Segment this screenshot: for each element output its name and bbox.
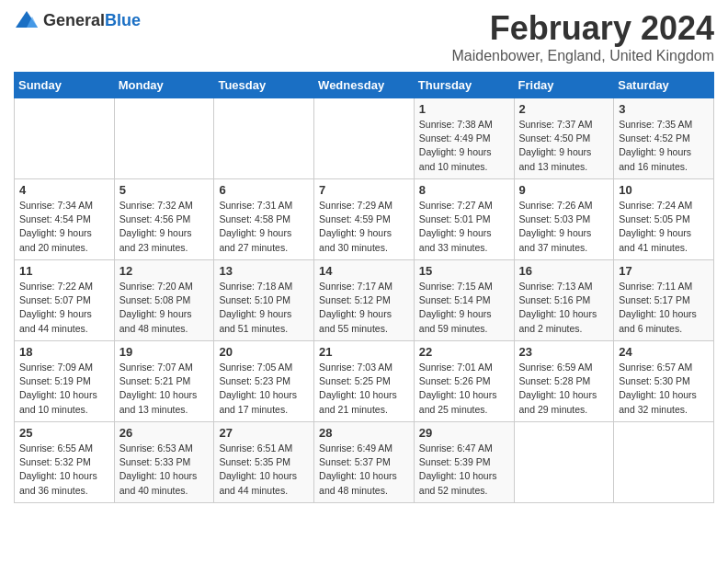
- col-header-sunday: Sunday: [15, 73, 115, 98]
- day-cell: 28Sunrise: 6:49 AMSunset: 5:37 PMDayligh…: [314, 422, 415, 503]
- week-row-3: 11Sunrise: 7:22 AMSunset: 5:07 PMDayligh…: [15, 260, 714, 341]
- day-cell: 26Sunrise: 6:53 AMSunset: 5:33 PMDayligh…: [114, 422, 214, 503]
- day-number: 22: [419, 345, 509, 359]
- day-number: 8: [419, 183, 509, 197]
- day-cell: 3Sunrise: 7:35 AMSunset: 4:52 PMDaylight…: [614, 98, 714, 179]
- day-cell: 27Sunrise: 6:51 AMSunset: 5:35 PMDayligh…: [214, 422, 314, 503]
- day-cell: 12Sunrise: 7:20 AMSunset: 5:08 PMDayligh…: [114, 260, 214, 341]
- day-number: 26: [119, 426, 210, 440]
- day-number: 20: [219, 345, 309, 359]
- day-info: Sunrise: 7:15 AMSunset: 5:14 PMDaylight:…: [419, 280, 509, 336]
- day-number: 3: [619, 102, 709, 116]
- day-info: Sunrise: 7:13 AMSunset: 5:16 PMDaylight:…: [519, 280, 609, 336]
- day-number: 29: [419, 426, 509, 440]
- day-number: 15: [419, 264, 509, 278]
- day-cell: 1Sunrise: 7:38 AMSunset: 4:49 PMDaylight…: [414, 98, 514, 179]
- day-cell: 21Sunrise: 7:03 AMSunset: 5:25 PMDayligh…: [314, 341, 415, 422]
- logo-text: GeneralBlue: [43, 11, 141, 30]
- week-row-5: 25Sunrise: 6:55 AMSunset: 5:32 PMDayligh…: [15, 422, 714, 503]
- day-cell: [114, 98, 214, 179]
- day-cell: 18Sunrise: 7:09 AMSunset: 5:19 PMDayligh…: [15, 341, 115, 422]
- day-number: 12: [119, 264, 210, 278]
- day-info: Sunrise: 7:27 AMSunset: 5:01 PMDaylight:…: [419, 199, 509, 255]
- day-cell: [314, 98, 415, 179]
- day-number: 13: [219, 264, 309, 278]
- day-info: Sunrise: 7:34 AMSunset: 4:54 PMDaylight:…: [19, 199, 109, 255]
- day-cell: 22Sunrise: 7:01 AMSunset: 5:26 PMDayligh…: [414, 341, 514, 422]
- day-number: 14: [319, 264, 409, 278]
- day-cell: 25Sunrise: 6:55 AMSunset: 5:32 PMDayligh…: [15, 422, 115, 503]
- col-header-thursday: Thursday: [414, 73, 514, 98]
- day-info: Sunrise: 7:17 AMSunset: 5:12 PMDaylight:…: [319, 280, 409, 336]
- col-header-saturday: Saturday: [614, 73, 714, 98]
- day-number: 28: [319, 426, 409, 440]
- day-cell: 19Sunrise: 7:07 AMSunset: 5:21 PMDayligh…: [114, 341, 214, 422]
- day-cell: 6Sunrise: 7:31 AMSunset: 4:58 PMDaylight…: [214, 179, 314, 260]
- day-number: 6: [219, 183, 309, 197]
- day-info: Sunrise: 6:49 AMSunset: 5:37 PMDaylight:…: [319, 442, 409, 498]
- logo: GeneralBlue: [14, 9, 141, 31]
- day-number: 10: [619, 183, 709, 197]
- col-header-friday: Friday: [514, 73, 614, 98]
- day-cell: 24Sunrise: 6:57 AMSunset: 5:30 PMDayligh…: [614, 341, 714, 422]
- day-cell: [214, 98, 314, 179]
- col-header-tuesday: Tuesday: [214, 73, 314, 98]
- day-info: Sunrise: 7:22 AMSunset: 5:07 PMDaylight:…: [19, 280, 109, 336]
- day-number: 7: [319, 183, 409, 197]
- day-info: Sunrise: 7:11 AMSunset: 5:17 PMDaylight:…: [619, 280, 709, 336]
- day-info: Sunrise: 7:29 AMSunset: 4:59 PMDaylight:…: [319, 199, 409, 255]
- day-number: 27: [219, 426, 309, 440]
- day-number: 19: [119, 345, 210, 359]
- day-number: 18: [19, 345, 109, 359]
- day-info: Sunrise: 7:05 AMSunset: 5:23 PMDaylight:…: [219, 361, 309, 417]
- calendar-header-row: SundayMondayTuesdayWednesdayThursdayFrid…: [15, 73, 714, 98]
- day-number: 16: [519, 264, 609, 278]
- day-cell: [614, 422, 714, 503]
- day-info: Sunrise: 7:20 AMSunset: 5:08 PMDaylight:…: [119, 280, 210, 336]
- day-info: Sunrise: 7:09 AMSunset: 5:19 PMDaylight:…: [19, 361, 109, 417]
- day-info: Sunrise: 7:07 AMSunset: 5:21 PMDaylight:…: [119, 361, 210, 417]
- day-info: Sunrise: 7:01 AMSunset: 5:26 PMDaylight:…: [419, 361, 509, 417]
- location-title: Maidenbower, England, United Kingdom: [451, 48, 714, 64]
- day-info: Sunrise: 7:03 AMSunset: 5:25 PMDaylight:…: [319, 361, 409, 417]
- week-row-2: 4Sunrise: 7:34 AMSunset: 4:54 PMDaylight…: [15, 179, 714, 260]
- calendar-table: SundayMondayTuesdayWednesdayThursdayFrid…: [14, 72, 714, 503]
- day-number: 4: [19, 183, 109, 197]
- day-info: Sunrise: 6:47 AMSunset: 5:39 PMDaylight:…: [419, 442, 509, 498]
- day-number: 25: [19, 426, 109, 440]
- day-info: Sunrise: 6:57 AMSunset: 5:30 PMDaylight:…: [619, 361, 709, 417]
- day-cell: 14Sunrise: 7:17 AMSunset: 5:12 PMDayligh…: [314, 260, 415, 341]
- day-info: Sunrise: 7:26 AMSunset: 5:03 PMDaylight:…: [519, 199, 609, 255]
- day-number: 23: [519, 345, 609, 359]
- day-cell: 17Sunrise: 7:11 AMSunset: 5:17 PMDayligh…: [614, 260, 714, 341]
- day-info: Sunrise: 7:24 AMSunset: 5:05 PMDaylight:…: [619, 199, 709, 255]
- day-number: 17: [619, 264, 709, 278]
- week-row-1: 1Sunrise: 7:38 AMSunset: 4:49 PMDaylight…: [15, 98, 714, 179]
- day-info: Sunrise: 7:18 AMSunset: 5:10 PMDaylight:…: [219, 280, 309, 336]
- day-cell: 9Sunrise: 7:26 AMSunset: 5:03 PMDaylight…: [514, 179, 614, 260]
- day-cell: 2Sunrise: 7:37 AMSunset: 4:50 PMDaylight…: [514, 98, 614, 179]
- col-header-wednesday: Wednesday: [314, 73, 415, 98]
- day-info: Sunrise: 6:53 AMSunset: 5:33 PMDaylight:…: [119, 442, 210, 498]
- page-header: GeneralBlue February 2024 Maidenbower, E…: [14, 9, 714, 64]
- day-number: 2: [519, 102, 609, 116]
- title-area: February 2024 Maidenbower, England, Unit…: [451, 9, 714, 64]
- day-number: 24: [619, 345, 709, 359]
- day-number: 9: [519, 183, 609, 197]
- day-info: Sunrise: 7:37 AMSunset: 4:50 PMDaylight:…: [519, 118, 609, 174]
- day-info: Sunrise: 7:31 AMSunset: 4:58 PMDaylight:…: [219, 199, 309, 255]
- day-cell: [15, 98, 115, 179]
- day-info: Sunrise: 6:51 AMSunset: 5:35 PMDaylight:…: [219, 442, 309, 498]
- day-cell: 7Sunrise: 7:29 AMSunset: 4:59 PMDaylight…: [314, 179, 415, 260]
- day-cell: 20Sunrise: 7:05 AMSunset: 5:23 PMDayligh…: [214, 341, 314, 422]
- month-title: February 2024: [451, 9, 714, 48]
- day-info: Sunrise: 7:35 AMSunset: 4:52 PMDaylight:…: [619, 118, 709, 174]
- day-cell: 16Sunrise: 7:13 AMSunset: 5:16 PMDayligh…: [514, 260, 614, 341]
- day-info: Sunrise: 7:38 AMSunset: 4:49 PMDaylight:…: [419, 118, 509, 174]
- day-info: Sunrise: 7:32 AMSunset: 4:56 PMDaylight:…: [119, 199, 210, 255]
- col-header-monday: Monday: [114, 73, 214, 98]
- day-number: 21: [319, 345, 409, 359]
- day-cell: 29Sunrise: 6:47 AMSunset: 5:39 PMDayligh…: [414, 422, 514, 503]
- day-cell: 5Sunrise: 7:32 AMSunset: 4:56 PMDaylight…: [114, 179, 214, 260]
- day-number: 5: [119, 183, 210, 197]
